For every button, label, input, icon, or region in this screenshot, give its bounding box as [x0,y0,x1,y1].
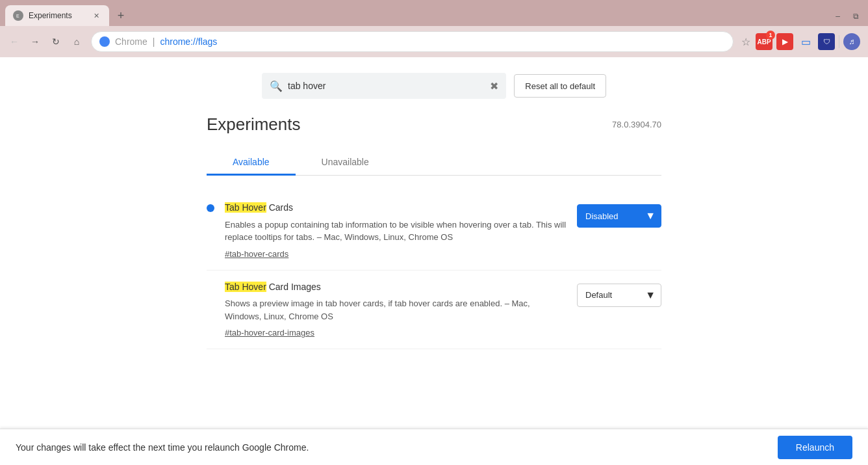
experiment-link-2[interactable]: #tab-hover-card-images [225,328,314,338]
tab-available[interactable]: Available [207,150,296,176]
search-icon: 🔍 [270,80,283,92]
experiment-item-tab-hover-card-images: Tab Hover Card Images Shows a preview im… [207,271,661,350]
extension-2-button[interactable]: ▭ [797,33,814,50]
search-box: 🔍 ✖ [262,73,506,99]
home-button[interactable]: ⌂ [68,33,86,51]
experiment-active-indicator [207,204,214,212]
bookmark-star-icon[interactable]: ☆ [741,36,750,48]
tab-title: Experiments [29,11,86,20]
default-dropdown[interactable]: Default ▼ [577,284,661,307]
experiment-link-1[interactable]: #tab-hover-cards [225,249,288,259]
experiment-body-1: Tab Hover Cards Enables a popup containi… [225,202,567,259]
experiment-inactive-indicator [207,284,214,291]
experiment-title-suffix-2: Card Images [266,282,321,292]
bottom-message: Your changes will take effect the next t… [16,442,309,453]
svg-point-2 [102,39,107,44]
forward-button[interactable]: → [26,33,44,51]
page-content: 🔍 ✖ Reset all to default Experiments 78.… [0,57,868,465]
window-controls: – ⧉ [832,10,863,26]
tabs-container: Available Unavailable [207,150,661,176]
experiment-title-suffix-1: Cards [266,202,293,213]
experiment-desc-1: Enables a popup containing tab informati… [225,219,567,244]
highlight-tab-hover-2: Tab Hover [225,282,266,292]
active-tab[interactable]: E Experiments ✕ [5,5,109,26]
search-input[interactable] [288,81,485,91]
experiment-desc-2: Shows a preview image in tab hover cards… [225,297,567,323]
adblock-badge: 1 [766,31,775,40]
tab-unavailable[interactable]: Unavailable [296,150,395,176]
search-container: 🔍 ✖ Reset all to default [262,73,606,99]
extension-1-button[interactable]: ▶ [776,33,793,50]
dropdown-arrow-icon-1: ▼ [645,210,656,222]
url-favicon-icon [99,36,110,47]
restore-button[interactable]: ⧉ [849,10,863,22]
url-address: chrome://flags [160,36,725,47]
tab-bar: E Experiments ✕ + – ⧉ [0,0,868,26]
dropdown-arrow-icon-2: ▼ [645,289,656,301]
experiment-control-2: Default ▼ [577,284,661,307]
extension-3-button[interactable]: 🛡 [818,33,835,50]
experiment-control-1: Disabled ▼ [577,204,661,228]
adblock-extension-button[interactable]: ABP 1 [756,33,772,50]
search-clear-icon[interactable]: ✖ [490,80,498,92]
tab-close-button[interactable]: ✕ [91,10,101,21]
disabled-dropdown[interactable]: Disabled ▼ [577,204,661,228]
version-text: 78.0.3904.70 [612,120,661,129]
page-header: Experiments 78.0.3904.70 [207,114,661,135]
url-bar[interactable]: Chrome | chrome://flags [91,31,734,52]
experiment-title-1: Tab Hover Cards [225,202,567,215]
url-pipe: | [153,36,155,47]
new-tab-button[interactable]: + [112,7,130,25]
experiment-item-tab-hover-cards: Tab Hover Cards Enables a popup containi… [207,191,661,271]
page-title: Experiments [207,114,301,135]
experiment-body-2: Tab Hover Card Images Shows a preview im… [225,281,567,339]
experiment-title-2: Tab Hover Card Images [225,281,567,294]
account-button[interactable]: ♬ [843,33,860,50]
extension-separator [839,35,839,48]
main-content: Experiments 78.0.3904.70 Available Unava… [207,114,661,349]
svg-text:E: E [16,14,19,18]
default-dropdown-label: Default [585,290,612,300]
disabled-dropdown-label: Disabled [585,211,619,221]
minimize-button[interactable]: – [832,10,844,22]
extensions-area: ABP 1 ▶ ▭ 🛡 ♬ [753,33,863,50]
url-separator: Chrome [115,36,147,47]
reload-button[interactable]: ↻ [47,33,65,51]
back-button[interactable]: ← [5,33,23,51]
relaunch-button[interactable]: Relaunch [778,436,852,459]
address-bar: ← → ↻ ⌂ Chrome | chrome://flags ☆ ABP 1 … [0,26,868,57]
reset-all-button[interactable]: Reset all to default [514,74,606,98]
highlight-tab-hover-1: Tab Hover [225,202,266,213]
tab-favicon-icon: E [13,10,23,21]
bottom-bar: Your changes will take effect the next t… [0,429,868,465]
